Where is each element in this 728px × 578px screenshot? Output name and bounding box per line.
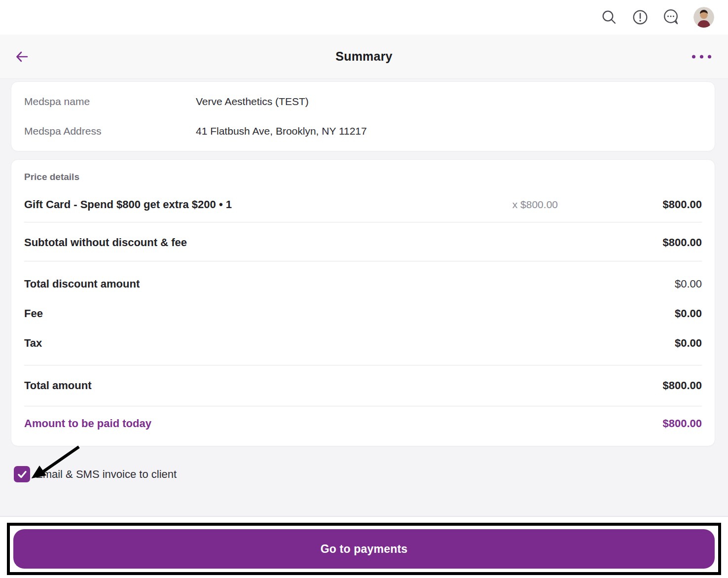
content-area: Medspa name Verve Aesthetics (TEST) Meds… xyxy=(0,79,728,516)
top-bar xyxy=(0,0,728,35)
medspa-name-value: Verve Aesthetics (TEST) xyxy=(196,95,309,108)
amount-due-value: $800.00 xyxy=(558,416,702,431)
total-amount-label: Total amount xyxy=(24,378,558,393)
medspa-info-card: Medspa name Verve Aesthetics (TEST) Meds… xyxy=(11,81,715,151)
amount-due-label: Amount to be paid today xyxy=(24,416,558,431)
ellipsis-icon xyxy=(692,55,695,58)
footer: Go to payments xyxy=(0,516,728,578)
fee-value: $0.00 xyxy=(558,306,702,321)
email-sms-invoice-label: Email & SMS invoice to client xyxy=(36,468,177,481)
divider xyxy=(24,261,702,261)
amount-due-row: Amount to be paid today $800.00 xyxy=(24,416,702,431)
arrow-left-icon xyxy=(13,48,30,65)
go-to-payments-button[interactable]: Go to payments xyxy=(13,529,715,569)
email-sms-invoice-checkbox[interactable] xyxy=(14,466,30,482)
annotation-highlight-box: Go to payments xyxy=(7,523,721,575)
checkmark-icon xyxy=(17,469,28,480)
subtotal-value: $800.00 xyxy=(558,235,702,250)
medspa-address-value: 41 Flatbush Ave, Brooklyn, NY 11217 xyxy=(196,124,367,138)
line-item-name: Gift Card - Spend $800 get extra $200 • … xyxy=(24,197,512,212)
price-details-card: Price details Gift Card - Spend $800 get… xyxy=(11,159,715,446)
discount-row: Total discount amount $0.00 xyxy=(24,269,702,299)
subtotal-row: Subtotal without discount & fee $800.00 xyxy=(24,235,702,250)
page-title: Summary xyxy=(335,49,392,64)
medspa-address-label: Medspa Address xyxy=(24,124,196,138)
header: Summary xyxy=(0,35,728,79)
tax-value: $0.00 xyxy=(558,336,702,351)
fee-row: Fee $0.00 xyxy=(24,299,702,328)
tax-row: Tax $0.00 xyxy=(24,328,702,358)
discount-value: $0.00 xyxy=(558,277,702,291)
line-item-row: Gift Card - Spend $800 get extra $200 • … xyxy=(24,197,702,212)
avatar[interactable] xyxy=(693,7,714,28)
price-details-title: Price details xyxy=(24,172,702,182)
tax-label: Tax xyxy=(24,336,558,351)
discount-label: Total discount amount xyxy=(24,277,558,291)
fee-label: Fee xyxy=(24,306,558,321)
total-amount-row: Total amount $800.00 xyxy=(24,373,702,398)
more-menu-button[interactable] xyxy=(687,50,716,63)
search-icon[interactable] xyxy=(600,8,618,26)
divider xyxy=(24,406,702,406)
subtotal-label: Subtotal without discount & fee xyxy=(24,235,558,250)
back-button[interactable] xyxy=(13,48,31,66)
medspa-name-row: Medspa name Verve Aesthetics (TEST) xyxy=(24,95,702,108)
total-amount-value: $800.00 xyxy=(558,378,702,393)
divider xyxy=(24,222,702,222)
alert-icon[interactable] xyxy=(631,8,649,26)
chat-icon[interactable] xyxy=(662,8,680,26)
line-item-amount: $800.00 xyxy=(558,197,702,212)
divider xyxy=(24,365,702,365)
invoice-option-row: Email & SMS invoice to client xyxy=(14,466,715,482)
medspa-name-label: Medspa name xyxy=(24,95,196,108)
medspa-address-row: Medspa Address 41 Flatbush Ave, Brooklyn… xyxy=(24,124,702,138)
line-item-unit-price: x $800.00 xyxy=(512,197,558,212)
